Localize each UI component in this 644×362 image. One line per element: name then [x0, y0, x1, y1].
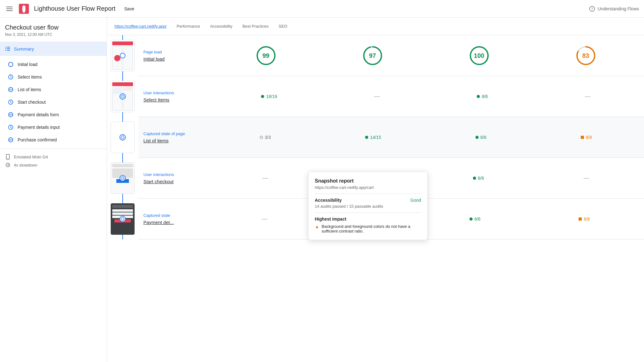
sidebar-item-initial-load[interactable]: Initial load: [0, 58, 107, 71]
section-name-1[interactable]: Initial load: [143, 56, 203, 62]
section-scores-2: 18/19 — 8/8 —: [208, 76, 644, 117]
section-name-4[interactable]: Start checkout: [143, 179, 203, 184]
timeline-node-1: [119, 52, 126, 59]
main-content: https://coffee-cart.netlify.app/ Perform…: [107, 18, 644, 362]
camera-icon-3: [8, 137, 14, 143]
sidebar: Checkout user flow Nov 3, 2021, 12:00 AM…: [0, 18, 107, 362]
timeline-column: [107, 35, 138, 239]
section-type-5: Captured state: [143, 213, 203, 218]
tooltip-accessibility-section: Accessibility Good 14 audits passed / 15…: [315, 198, 421, 209]
warning-triangle-icon: ▲: [315, 224, 319, 229]
score-badge-seo-3: 6/9: [581, 135, 592, 140]
score-dash-perf-4: —: [262, 175, 268, 181]
understanding-flows-link[interactable]: ? Understanding Flows: [589, 6, 639, 12]
sidebar-item-label: Payment details input: [18, 125, 60, 130]
sidebar-item-select-items[interactable]: Select Items: [0, 71, 107, 83]
sidebar-item-label: List of items: [18, 87, 41, 92]
score-square-orange: [581, 136, 584, 139]
flow-title: Checkout user flow: [5, 24, 102, 31]
tab-performance[interactable]: Performance: [177, 24, 200, 29]
mobile-device-icon: [5, 154, 11, 160]
sidebar-item-purchase-confirmed[interactable]: Purchase confirmed: [0, 134, 107, 146]
score-badge-perf-3: 3/3: [260, 135, 271, 140]
svg-point-11: [8, 62, 13, 67]
tab-seo[interactable]: SEO: [279, 24, 287, 29]
timeline-node-4: [119, 175, 126, 182]
sidebar-item-payment-input[interactable]: Payment details input: [0, 121, 107, 134]
score-dot: [365, 136, 368, 139]
site-url-link[interactable]: https://coffee-cart.netlify.app/: [114, 24, 167, 29]
score-performance-1: 99: [255, 44, 277, 67]
section-name-5[interactable]: Payment det...: [143, 220, 203, 225]
sidebar-item-label: Select Items: [18, 74, 42, 80]
sidebar-item-payment-form[interactable]: Payment details form: [0, 108, 107, 121]
tooltip-accessibility-value: Good: [410, 198, 421, 203]
svg-rect-7: [5, 48, 6, 49]
score-badge-bp-3: 6/6: [475, 135, 486, 140]
device-label: Emulated Moto G4: [5, 154, 102, 160]
content-header: https://coffee-cart.netlify.app/ Perform…: [107, 18, 644, 35]
main-layout: Checkout user flow Nov 3, 2021, 12:00 AM…: [0, 18, 644, 362]
sidebar-item-label: Purchase confirmed: [18, 137, 57, 142]
flow-date: Nov 3, 2021, 12:00 AM UTC: [5, 32, 102, 37]
score-dot-outline: [260, 136, 263, 139]
clock-icon: [8, 74, 14, 80]
lighthouse-logo-icon: [19, 4, 29, 14]
snapshot-tooltip: Snapshot report https://coffee-cart.netl…: [308, 172, 428, 240]
section-scores-1: 99 97: [208, 35, 644, 76]
thumbnail-1: [107, 35, 138, 76]
score-number-bp-1: 100: [474, 52, 484, 59]
sidebar-footer: Emulated Moto G4 4x slowdown: [0, 149, 107, 173]
sidebar-item-label: Initial load: [18, 62, 37, 67]
thumbnail-2: [107, 76, 138, 117]
score-badge-bp-2: 8/8: [477, 94, 488, 99]
tooltip-accessibility-desc: 14 audits passed / 15 passable audits: [315, 204, 421, 209]
slowdown-label: 4x slowdown: [5, 162, 102, 168]
score-number-a11y-1: 97: [369, 52, 376, 59]
tooltip-impact-text: Background and foreground colors do not …: [322, 224, 421, 233]
save-button[interactable]: Save: [120, 4, 138, 14]
section-name-3[interactable]: List of items: [143, 138, 203, 143]
sidebar-item-label: Payment details form: [18, 112, 59, 117]
help-circle-icon: ?: [589, 6, 595, 12]
tooltip-impact-item: ▲ Background and foreground colors do no…: [315, 224, 421, 233]
section-row-1: Page load Initial load 99: [138, 35, 644, 76]
thumbnail-3: [107, 117, 138, 158]
tooltip-url[interactable]: https://coffee-cart.netlify.app/cart: [315, 185, 421, 194]
topbar: Lighthouse User Flow Report Save ? Under…: [0, 0, 644, 18]
svg-rect-10: [7, 50, 10, 51]
score-accessibility-1: 97: [361, 44, 384, 67]
tooltip-accessibility-label: Accessibility: [315, 198, 342, 203]
tab-accessibility[interactable]: Accessibility: [210, 24, 232, 29]
timeline-node-3: [119, 134, 126, 141]
tab-best-practices[interactable]: Best Practices: [242, 24, 269, 29]
clock-icon-3: [8, 124, 14, 130]
hamburger-menu[interactable]: [5, 5, 14, 12]
score-dash-a11y-2: —: [374, 93, 380, 100]
svg-line-21: [11, 102, 12, 103]
section-scores-3: 3/3 14/15 6/6: [208, 117, 644, 157]
svg-point-34: [8, 158, 8, 159]
navigation-icon: [8, 61, 14, 68]
section-info-4: User interactions Start checkout: [138, 158, 208, 198]
camera-icon: [8, 86, 14, 93]
score-dot: [261, 95, 264, 98]
section-name-2[interactable]: Select Items: [143, 97, 203, 102]
score-dash-perf-5: —: [262, 216, 267, 222]
svg-rect-5: [5, 47, 6, 47]
slowdown-icon: [5, 162, 11, 168]
tooltip-title: Snapshot report: [315, 178, 421, 184]
score-dot: [475, 136, 479, 139]
score-tabs: Performance Accessibility Best Practices…: [177, 24, 287, 29]
sidebar-item-start-checkout[interactable]: Start checkout: [0, 96, 107, 108]
svg-rect-6: [7, 47, 10, 47]
score-bestpractices-1: 100: [468, 44, 491, 67]
sidebar-items: Initial load Select Items: [0, 56, 107, 149]
sidebar-summary-row[interactable]: Summary: [0, 42, 107, 56]
section-info-2: User interactions Select Items: [138, 76, 208, 117]
tooltip-impact-section: Highest impact ▲ Background and foregrou…: [315, 212, 421, 233]
sidebar-item-list-of-items[interactable]: List of items: [0, 83, 107, 96]
summary-label: Summary: [14, 46, 34, 52]
score-dot: [473, 177, 476, 180]
svg-rect-2: [23, 11, 25, 13]
